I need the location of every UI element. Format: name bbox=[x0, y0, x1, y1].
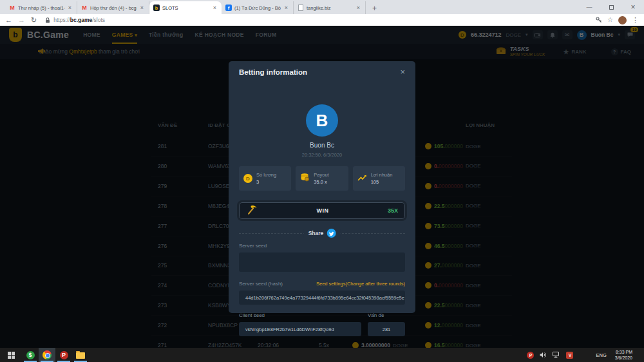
server-seed-input[interactable] bbox=[239, 252, 405, 272]
nonce-input[interactable]: 281 bbox=[368, 322, 405, 336]
bet-stats: D Số lượng 3 Payout 35.0 x bbox=[239, 166, 405, 191]
browser-tab-strip: M Thư nháp (5) - thoai14071997@ × M Hộp … bbox=[0, 0, 644, 14]
betting-information-modal: Betting information × B Buon Bc 20:32:50… bbox=[229, 61, 415, 313]
bet-timestamp: 20:32:50, 6/3/2020 bbox=[239, 152, 405, 158]
win-result-bar: WIN 35X bbox=[239, 202, 405, 219]
new-tab-button[interactable]: + bbox=[366, 4, 383, 14]
tab-tanglike[interactable]: tanglike.biz × bbox=[294, 1, 366, 14]
twitter-share-icon[interactable] bbox=[327, 229, 336, 238]
taskbar-money-app[interactable]: $ bbox=[22, 348, 39, 362]
stat-label: Payout bbox=[314, 172, 328, 178]
player-name: Buon Bc bbox=[239, 142, 405, 149]
share-divider: Share bbox=[239, 233, 405, 234]
tab-gmail-inbox[interactable]: M Hộp thư đến (4) - bcgamebour × bbox=[77, 1, 149, 14]
stat-label: Lợi nhuận bbox=[371, 172, 393, 178]
hash-label-row: Server seed (hash) Seed settings(Change … bbox=[239, 281, 405, 287]
stat-profit: Lợi nhuận 105 bbox=[353, 166, 405, 191]
result-multiplier: 35X bbox=[388, 207, 398, 214]
menu-dots-icon[interactable]: ⋮ bbox=[632, 17, 639, 24]
network-icon[interactable] bbox=[553, 349, 560, 361]
page-content: b BC.Game HOME GAMES ▾ Tiền thưởng KẾ HO… bbox=[0, 26, 644, 348]
coins-stack-icon bbox=[300, 173, 310, 184]
toolbar-right: ☆ ⋮ bbox=[596, 14, 639, 26]
gmail-icon: M bbox=[9, 5, 15, 11]
start-button[interactable] bbox=[0, 348, 22, 362]
tab-slots-active[interactable]: b SLOTS × bbox=[149, 1, 222, 14]
server-seed-hash-input[interactable]: 44d1b206f762a749e4a77329444f6fd733b895e6… bbox=[239, 291, 405, 305]
url-path: /slots bbox=[92, 17, 105, 23]
client-seed-label: Client seed bbox=[239, 312, 361, 318]
language-indicator[interactable]: ENG bbox=[596, 352, 606, 358]
back-icon[interactable]: ← bbox=[5, 17, 12, 24]
tray-p-icon[interactable]: P bbox=[527, 352, 534, 359]
modal-title: Betting information bbox=[239, 68, 307, 76]
taskbar-clock[interactable]: 8:33 PM 3/6/2020 bbox=[615, 349, 639, 361]
lock-icon bbox=[45, 17, 50, 23]
stat-payout: Payout 35.0 x bbox=[296, 166, 348, 191]
close-window-button[interactable]: × bbox=[622, 0, 644, 14]
system-tray: P V ENG 8:33 PM 3/6/2020 bbox=[527, 349, 644, 361]
close-icon[interactable]: × bbox=[400, 68, 405, 76]
tray-v-icon[interactable]: V bbox=[566, 352, 573, 359]
modal-header: Betting information × bbox=[239, 61, 405, 76]
tab-close-icon[interactable]: × bbox=[283, 5, 289, 11]
stat-value: 3 bbox=[256, 179, 276, 185]
stat-amount: D Số lượng 3 bbox=[239, 166, 291, 191]
seed-settings-link[interactable]: Seed settings(Change after three rounds) bbox=[316, 281, 405, 287]
key-icon[interactable] bbox=[596, 14, 602, 26]
server-seed-hash-label: Server seed (hash) bbox=[239, 281, 283, 287]
forward-icon[interactable]: → bbox=[18, 17, 25, 24]
stat-value: 35.0 x bbox=[314, 179, 328, 185]
tab-gmail-drafts[interactable]: M Thư nháp (5) - thoai14071997@ × bbox=[5, 1, 77, 14]
gmail-icon: M bbox=[81, 5, 88, 11]
bcgame-icon: b bbox=[153, 5, 160, 11]
clock-time: 8:33 PM bbox=[615, 349, 632, 355]
tab-title: tanglike.biz bbox=[307, 5, 353, 11]
windows-logo-icon bbox=[8, 352, 15, 359]
taskbar-file-explorer[interactable] bbox=[72, 348, 89, 362]
tab-close-icon[interactable]: × bbox=[212, 5, 218, 11]
tab-title: (1) Tạ Đức Dũng - Bông Thanh N bbox=[234, 5, 281, 11]
share-label: Share bbox=[308, 230, 324, 236]
pickaxe-icon bbox=[246, 204, 258, 218]
browser-profile-avatar[interactable] bbox=[618, 16, 627, 24]
minimize-button[interactable]: — bbox=[578, 0, 600, 14]
reload-icon[interactable]: ↻ bbox=[31, 17, 37, 24]
screen: M Thư nháp (5) - thoai14071997@ × M Hộp … bbox=[0, 0, 644, 362]
trend-up-icon bbox=[357, 173, 367, 184]
browser-toolbar: ← → ↻ https://bc.game/slots ☆ ⋮ bbox=[0, 14, 644, 26]
tab-title: Hộp thư đến (4) - bcgamebour bbox=[90, 5, 137, 11]
chrome-icon bbox=[43, 350, 52, 359]
url-text: https://bc.game/slots bbox=[53, 17, 105, 23]
client-seed-row: Client seed vkNngbp1E8FR2b7w1Ld6DWnF28fQ… bbox=[239, 312, 405, 336]
tab-title: Thư nháp (5) - thoai14071997@ bbox=[18, 5, 64, 11]
windows-taskbar: $ P P V ENG 8:33 PM 3/6/2020 bbox=[0, 348, 644, 362]
url-scheme: https:// bbox=[53, 17, 70, 23]
tab-title: SLOTS bbox=[162, 5, 209, 11]
server-seed-label: Server seed bbox=[239, 243, 405, 249]
address-bar[interactable]: https://bc.game/slots bbox=[43, 17, 590, 23]
tab-facebook[interactable]: f (1) Tạ Đức Dũng - Bông Thanh N × bbox=[222, 1, 294, 14]
document-icon bbox=[298, 5, 304, 11]
volume-icon[interactable] bbox=[540, 349, 547, 361]
window-controls: — × bbox=[578, 0, 644, 14]
result-label: WIN bbox=[258, 207, 388, 214]
nonce-label: Vấn đề bbox=[368, 312, 405, 318]
tab-close-icon[interactable]: × bbox=[139, 5, 145, 11]
client-seed-input[interactable]: vkNngbp1E8FR2b7w1Ld6DWnF28fQo9d bbox=[239, 322, 361, 336]
taskbar-p-app[interactable]: P bbox=[55, 348, 72, 362]
tab-close-icon[interactable]: × bbox=[67, 5, 73, 11]
clock-date: 3/6/2020 bbox=[615, 355, 632, 361]
maximize-button[interactable] bbox=[600, 0, 622, 14]
stat-label: Số lượng bbox=[256, 172, 276, 178]
url-host: bc.game bbox=[70, 17, 93, 23]
facebook-icon: f bbox=[225, 5, 232, 11]
stat-value: 105 bbox=[371, 179, 393, 185]
coin-icon: D bbox=[243, 174, 252, 183]
dollar-app-icon: $ bbox=[26, 351, 35, 359]
tab-close-icon[interactable]: × bbox=[355, 5, 361, 11]
player-avatar: B bbox=[306, 104, 338, 137]
taskbar-chrome[interactable] bbox=[39, 348, 55, 362]
p-app-icon: P bbox=[60, 351, 68, 359]
bookmark-star-icon[interactable]: ☆ bbox=[607, 17, 613, 23]
